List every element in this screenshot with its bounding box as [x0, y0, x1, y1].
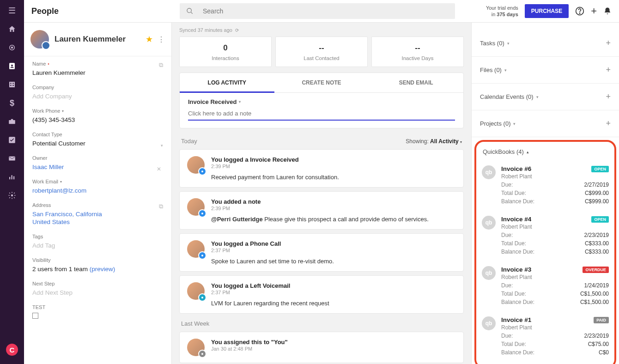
invoice-item[interactable]: qb Invoice #4 OPEN Robert Plant Due:2/23… — [481, 211, 610, 261]
tags-value[interactable]: Add Tag — [32, 242, 163, 249]
chart-icon[interactable] — [7, 172, 17, 182]
log-note-input[interactable] — [188, 107, 455, 121]
address-line1[interactable]: San Francisco, California — [32, 211, 163, 218]
svg-rect-10 — [11, 119, 13, 120]
feed-text: @Perri Gutteridge Please give this prosp… — [211, 216, 456, 223]
quickbooks-icon: qb — [482, 216, 496, 230]
copy-icon[interactable]: ⧉ — [159, 203, 163, 210]
invoice-item[interactable]: qb Invoice #6 OPEN Robert Plant Due:2/27… — [481, 161, 610, 211]
feed-title: You logged a Invoice Received — [211, 156, 456, 163]
invoice-total-value: C$1,500.00 — [580, 291, 609, 297]
svg-rect-6 — [13, 83, 14, 84]
search-input[interactable] — [203, 7, 449, 15]
svg-point-3 — [11, 65, 13, 67]
invoice-balance-value: C$999.00 — [585, 198, 609, 205]
briefcase-icon[interactable] — [7, 116, 17, 127]
dollar-icon[interactable]: $ — [7, 98, 17, 108]
star-icon[interactable]: ★ — [146, 34, 153, 44]
invoice-total-label: Total Due: — [501, 240, 526, 247]
target-icon[interactable] — [7, 42, 17, 53]
activity-type-icon: ● — [198, 167, 206, 176]
tab-log-activity[interactable]: LOG ACTIVITY — [180, 73, 274, 93]
stat-last-contacted: -- Last Contacted — [275, 36, 368, 67]
add-icon[interactable]: + — [591, 5, 597, 17]
search-bar[interactable] — [180, 3, 455, 19]
invoice-due-value: 2/23/2019 — [584, 333, 609, 339]
mail-icon[interactable] — [7, 153, 17, 164]
visibility-value[interactable]: 2 users from 1 team (preview) — [32, 266, 163, 273]
section-projects[interactable]: Projects (0) ▾+ — [472, 110, 619, 137]
address-line2[interactable]: United States — [32, 218, 163, 225]
invoice-item[interactable]: qb Invoice #3 OVERDUE Robert Plant Due:1… — [481, 261, 610, 312]
contacts-icon[interactable] — [7, 61, 17, 71]
svg-rect-13 — [9, 177, 10, 179]
quickbooks-header[interactable]: QuickBooks (4) ▴ — [481, 146, 610, 161]
bell-icon[interactable] — [603, 7, 612, 15]
feed-item[interactable]: ● You logged a Phone Call 2:37 PM Spoke … — [179, 233, 464, 272]
refresh-icon[interactable]: ⟳ — [235, 28, 239, 33]
name-value[interactable]: Lauren Kuemmeler — [32, 69, 163, 76]
invoice-customer: Robert Plant — [501, 224, 609, 230]
feed-time: 2:37 PM — [211, 290, 456, 295]
invoice-title: Invoice #3 — [501, 266, 531, 273]
svg-rect-9 — [9, 120, 15, 124]
invoice-item[interactable]: qb Invoice #1 PAID Robert Plant Due:2/23… — [481, 312, 610, 362]
section-tasks[interactable]: Tasks (0) ▾+ — [472, 30, 619, 57]
invoice-customer: Robert Plant — [501, 324, 609, 331]
clear-icon[interactable]: ✕ — [157, 166, 161, 172]
building-icon[interactable] — [7, 79, 17, 90]
chevron-down-icon[interactable]: ▾ — [161, 143, 163, 148]
home-icon[interactable] — [7, 24, 17, 34]
invoice-due-value: 1/24/2019 — [584, 282, 609, 289]
feed-item[interactable]: ● You added a note 2:39 PM @Perri Gutter… — [179, 191, 464, 230]
quickbooks-icon: qb — [482, 165, 496, 179]
add-task-icon[interactable]: + — [606, 38, 611, 48]
work-email-value[interactable]: robertplant@lz.com — [32, 187, 163, 194]
section-calendar[interactable]: Calendar Events (0) ▾+ — [472, 84, 619, 110]
owner-label: Owner — [32, 155, 163, 161]
invoice-customer: Robert Plant — [501, 274, 609, 280]
purchase-button[interactable]: PURCHASE — [525, 4, 569, 18]
menu-icon[interactable]: ☰ — [7, 6, 17, 16]
test-checkbox[interactable] — [32, 313, 38, 319]
feed-text: Spoke to Lauren and set time to re-visit… — [211, 258, 456, 265]
invoice-due-label: Due: — [501, 333, 513, 339]
company-value[interactable]: Add Company — [32, 93, 163, 100]
more-icon[interactable]: ⋮ — [158, 35, 165, 44]
svg-point-18 — [579, 13, 580, 13]
owner-value[interactable]: Isaac Miller — [32, 164, 64, 170]
check-icon[interactable] — [7, 135, 17, 145]
help-icon[interactable] — [575, 6, 584, 16]
feed-avatar: ● — [187, 156, 205, 174]
invoice-total-label: Total Due: — [501, 291, 526, 297]
quickbooks-icon: qb — [482, 316, 496, 330]
activity-filter[interactable]: Showing: All Activity ▾ — [406, 138, 462, 145]
next-step-value[interactable]: Add Next Step — [32, 289, 163, 296]
invoice-status-badge: OVERDUE — [583, 267, 609, 273]
add-project-icon[interactable]: + — [606, 119, 611, 128]
invoice-total-label: Total Due: — [501, 341, 526, 347]
feed-item[interactable]: ● You logged a Invoice Received 2:39 PM … — [179, 149, 464, 188]
app-logo[interactable]: C — [6, 344, 18, 356]
contact-type-value[interactable]: Potential Customer — [32, 140, 85, 147]
tab-send-email[interactable]: SEND EMAIL — [369, 73, 463, 93]
feed-time: 2:39 PM — [211, 164, 456, 169]
work-phone-value[interactable]: (435) 345-3453 — [32, 116, 163, 123]
invoice-balance-value: C$1,500.00 — [580, 299, 609, 305]
topbar: People Your trial ends in 375 days PURCH… — [24, 0, 619, 23]
feed-item[interactable]: ● You logged a Left Voicemail 2:37 PM LV… — [179, 275, 464, 314]
log-type-selector[interactable]: Invoice Received ▾ — [188, 98, 455, 105]
feed-item[interactable]: ● You assigned this to "You" Jan 30 at 2… — [179, 332, 464, 363]
invoice-total-value: C$999.00 — [585, 190, 609, 196]
tab-create-note[interactable]: CREATE NOTE — [274, 73, 369, 93]
work-email-label: Work Email ▾ — [32, 179, 163, 184]
section-files[interactable]: Files (0) ▾+ — [472, 57, 619, 84]
svg-rect-12 — [9, 157, 15, 161]
svg-rect-5 — [10, 83, 11, 84]
invoice-total-value: C$333.00 — [585, 240, 609, 247]
gear-icon[interactable] — [7, 190, 17, 200]
add-event-icon[interactable]: + — [606, 92, 611, 102]
copy-icon[interactable]: ⧉ — [159, 61, 163, 69]
add-file-icon[interactable]: + — [606, 65, 611, 75]
feed-text: LVM for Lauren regarding the recent requ… — [211, 300, 456, 307]
